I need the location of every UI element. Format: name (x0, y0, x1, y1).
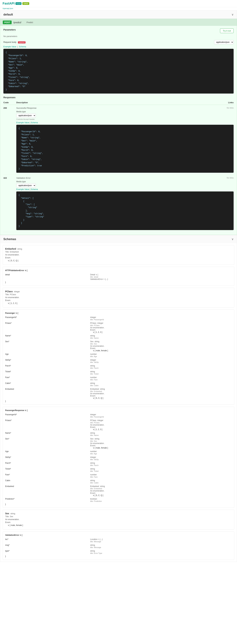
top-bar: FastAPI 0.1.0 OAS3 (0, 0, 237, 7)
pr-prop-fare: Fare* numbertitle: Fare (5, 473, 232, 479)
prop-detail-nested[interactable]: ValidationError > {...} (90, 278, 108, 280)
example-block-200: Example Value | Schema { "PassengerId": … (16, 122, 234, 173)
media-type-label-422: Media type (16, 180, 234, 183)
schema-pclass-header: PClass integer (5, 290, 232, 293)
schema-passengerresponse-expand[interactable]: PassengerResponse ∨ { (5, 409, 27, 412)
schema-embarked-name: Embarked (5, 248, 16, 250)
response-code-422: 422 (3, 177, 16, 179)
schema-validationerror-expand[interactable]: ValidationError ∨ { (5, 534, 22, 536)
schema-embarked-header: Embarked string (5, 248, 232, 250)
passenger-prop-sibsp: SibSp* integertitle: SibSp (5, 358, 232, 364)
pr-prop-cabin: Cabin stringtitle: Cabin (5, 479, 232, 484)
pr-prop-embarked: Embarked Embarked string title: Embarked… (5, 484, 232, 497)
endpoint-body: Parameters Try it out No parameters Requ… (0, 26, 237, 235)
schema-passenger: Passenger ∨ { PassengerId* integertitle:… (3, 310, 234, 405)
example-block-422: Example Value | Schema { "detail": [ { "… (16, 188, 234, 230)
request-body-code: { "PassengerId": 0, "Pclass": 1, "Name":… (3, 49, 234, 94)
pr-prop-pclass: Pclass* PClass integer title: PClass An … (5, 418, 232, 431)
schema-embarked-type: string (17, 248, 22, 250)
schemas-chevron-icon: ∨ (232, 237, 234, 241)
schema-passengerresponse-closing: } (5, 503, 232, 506)
response-code-line-200: 200 Successful Response No links (3, 107, 234, 109)
request-body-section: Request body required application/json E… (3, 40, 234, 94)
response-desc-422: Validation Error (16, 177, 214, 179)
response-code-block-200: { "PassengerId": 0, "Pclass": 1, "Name":… (16, 125, 234, 173)
schema-sex-enum-values: ∨ [ male, female ] (8, 524, 232, 526)
schema-sex-header: Sex string (5, 512, 232, 515)
schema-validationerror: ValidationError ∨ { loc* Location > {...… (3, 532, 234, 560)
default-section-title: default (3, 13, 13, 16)
schema-sex: Sex string Title: Sex An enumeration. En… (3, 510, 234, 530)
request-body-header: Request body required application/json (3, 40, 234, 44)
col-description: Description (16, 101, 214, 104)
endpoint-description: Predict (26, 21, 33, 24)
pr-prop-parch: Parch* stringtitle: Parch (5, 461, 232, 467)
try-it-out-button[interactable]: Try it out (220, 28, 234, 33)
passenger-prop-age: Age numbertitle: Age (5, 352, 232, 358)
schema-passengerresponse-header: PassengerResponse ∨ { (5, 409, 232, 412)
schema-pclass-name: PClass (5, 290, 13, 293)
schema-validationerror-header: ValidationError ∨ { (5, 534, 232, 536)
ve-prop-msg: msg* stringtitle: Message (5, 543, 232, 549)
prop-detail-title: title: detail (90, 276, 98, 278)
schema-pclass-enum-values: ∨ [ 1, 2, 3 ] (8, 302, 232, 304)
response-code-block-422: { "detail": [ { "loc": [ "string" ], "ms… (16, 192, 234, 230)
schema-embarked-enum-values: ∨ [ S, C, Q ] (8, 260, 232, 262)
schema-embarked: Embarked string Title: Embarked An enume… (3, 245, 234, 265)
request-body-title: Request body required (3, 41, 25, 43)
schema-passengerresponse: PassengerResponse ∨ { PassengerId* integ… (3, 407, 234, 508)
schema-embarked-enum-label: Enum: (5, 256, 232, 259)
responses-title: Responses (3, 96, 234, 99)
schema-httpvalidation: HTTPValidationError ∨ { detail Detail ∨ … (3, 267, 234, 286)
no-params-text: No parameters (3, 35, 234, 38)
pr-prop-sibsp: SibSp* integertitle: SibSp (5, 456, 232, 461)
endpoint-path: /predict/ (13, 21, 21, 24)
schema-embarked-title: Title: Embarked (5, 251, 232, 253)
pr-prop-name: Name* stringtitle: Name (5, 431, 232, 437)
required-badge: required (18, 41, 25, 44)
response-code-line-422: 422 Validation Error No links (3, 177, 234, 179)
api-link[interactable]: /openapi.json (2, 8, 235, 9)
schema-sex-type: string (10, 512, 15, 515)
pr-prop-sex: Sex* Sex string title: Sex An enumeratio… (5, 437, 232, 450)
example-label-422: Example Value | Schema (16, 188, 234, 190)
app-name: FastAPI (2, 2, 14, 5)
params-header: Parameters Try it out (3, 28, 234, 33)
content-type-select[interactable]: application/json (214, 40, 234, 44)
schema-validationerror-props: loc* Location > {...} title: Message msg… (5, 538, 232, 555)
schema-pclass: PClass integer Title: PClass An enumerat… (3, 288, 234, 308)
prop-detail-name: detail (5, 273, 90, 281)
schema-pclass-type: integer (14, 290, 20, 293)
schema-httpvalidation-props: detail Detail ∨ [ title: detail Validati… (5, 273, 232, 281)
schema-sex-desc: An enumeration. (5, 518, 232, 520)
no-links-422: No links (214, 177, 234, 179)
schema-httpvalidation-expand[interactable]: HTTPValidationError ∨ { (5, 269, 27, 272)
passenger-prop-embarked: Embarked Embarked string title: Embarked… (5, 387, 232, 400)
passenger-prop-pclass: Pclass* PClass integer title: PClass An … (5, 321, 232, 334)
schema-passenger-header: Passenger ∨ { (5, 312, 232, 314)
default-section-header[interactable]: default ∨ (0, 10, 237, 19)
logo-container: FastAPI 0.1.0 OAS3 (2, 2, 30, 5)
controls-label-200: Controls Accept header (16, 118, 234, 120)
schema-passenger-props: PassengerId* integertitle: PassengerId P… (5, 316, 232, 400)
schema-passenger-expand[interactable]: Passenger ∨ { (5, 312, 18, 314)
passenger-prop-sex: Sex* Sex string title: Sex An enumeratio… (5, 340, 232, 352)
passenger-prop-name: Name* stringtitle: Name (5, 334, 232, 340)
passenger-prop-cabin: Cabin* stringtitle: Cabin (5, 382, 232, 387)
params-title: Parameters (3, 28, 16, 32)
schema-sex-title: Title: Sex (5, 516, 232, 518)
passenger-prop-ticket: Ticket* stringtitle: Ticket (5, 370, 232, 376)
method-badge: POST (3, 20, 12, 24)
schema-pclass-title: Title: PClass (5, 294, 232, 296)
responses-table-header: Code Description Links (3, 100, 234, 105)
media-type-select-422[interactable]: application/json (16, 184, 36, 188)
col-code: Code (3, 101, 16, 104)
schema-embarked-desc: An enumeration. (5, 254, 232, 256)
media-type-select-200[interactable]: application/json (16, 114, 36, 118)
schema-pclass-desc: An enumeration. (5, 296, 232, 298)
schemas-header[interactable]: Schemas ∨ (0, 235, 237, 243)
pr-prop-ticket: Ticket* stringtitle: Ticket (5, 467, 232, 473)
schema-sex-enum-label: Enum: (5, 521, 232, 524)
example-value-label: Example Value | Schema (3, 46, 234, 48)
schema-passengerresponse-props: PassengerId* integertitle: PassengerId P… (5, 413, 232, 503)
